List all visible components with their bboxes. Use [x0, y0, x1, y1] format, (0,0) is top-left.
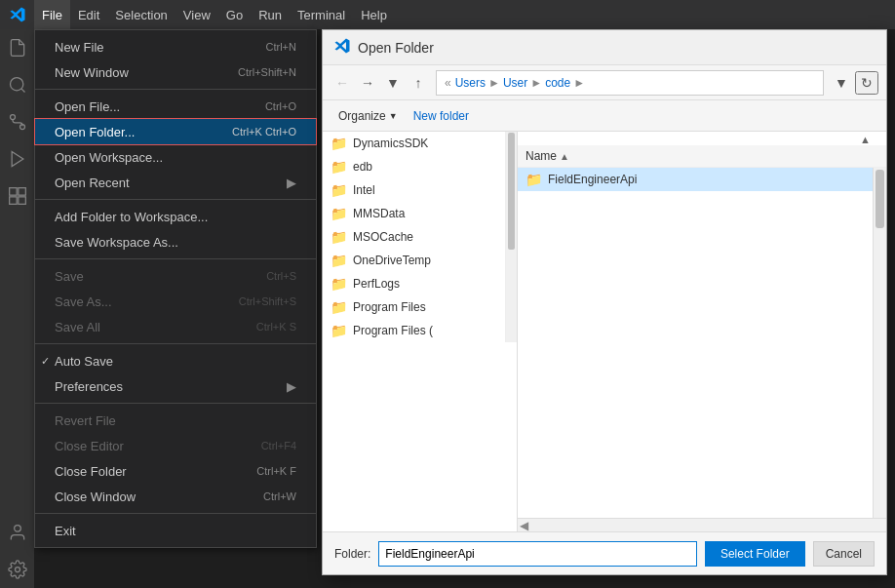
file-item-label: Program Files ( — [353, 324, 433, 337]
menu-save-as: Save As... Ctrl+Shift+S — [35, 289, 316, 314]
svg-rect-6 — [18, 188, 25, 196]
menu-save: Save Ctrl+S — [35, 263, 316, 289]
menu-view[interactable]: View — [175, 0, 218, 29]
list-item[interactable]: 📁 DynamicsSDK — [323, 132, 505, 155]
breadcrumb-code[interactable]: code — [545, 76, 570, 90]
refresh-button[interactable]: ↻ — [855, 71, 878, 95]
source-control-icon[interactable] — [0, 103, 34, 140]
right-file-pane: ▲ Name ▲ 📁 FieldEngineerApi — [518, 132, 886, 531]
menu-open-recent[interactable]: Open Recent ▶ — [35, 170, 316, 195]
dialog-toolbar: ← → ▼ ↑ « Users ► User ► code ► ▼ ↻ — [323, 65, 886, 100]
file-item-label: FieldEngineerApi — [548, 173, 637, 186]
list-item[interactable]: 📁 Intel — [323, 178, 505, 202]
menu-open-workspace[interactable]: Open Workspace... — [35, 144, 316, 170]
menu-close-folder[interactable]: Close Folder Ctrl+K F — [35, 458, 316, 484]
menu-file[interactable]: File — [34, 0, 70, 29]
menu-open-file[interactable]: Open File... Ctrl+O — [35, 94, 316, 119]
organize-label: Organize — [338, 109, 386, 123]
dropdown-path-button[interactable]: ▼ — [830, 71, 853, 95]
menu-go[interactable]: Go — [218, 0, 251, 29]
file-item-label: MMSData — [353, 207, 405, 220]
menu-selection[interactable]: Selection — [107, 0, 175, 29]
search-icon[interactable] — [0, 66, 34, 103]
organize-button[interactable]: Organize ▼ — [331, 106, 406, 126]
list-item[interactable]: 📁 FieldEngineerApi — [518, 168, 873, 191]
right-file-list: 📁 FieldEngineerApi — [518, 168, 873, 518]
left-scrollbar-track[interactable] — [505, 132, 517, 342]
svg-point-0 — [10, 78, 22, 91]
dropdown-button[interactable]: ▼ — [381, 71, 405, 95]
menu-preferences[interactable]: Preferences ▶ — [35, 373, 316, 399]
svg-line-1 — [20, 89, 24, 93]
menu-new-file[interactable]: New File Ctrl+N — [35, 34, 316, 59]
menu-help[interactable]: Help — [353, 0, 395, 29]
up-button[interactable]: ↑ — [407, 71, 430, 95]
debug-icon[interactable] — [0, 140, 34, 177]
list-item[interactable]: 📁 MSOCache — [323, 225, 505, 249]
list-item[interactable]: 📁 MMSData — [323, 202, 505, 225]
folder-icon: 📁 — [331, 229, 347, 245]
column-sort-icon: ▲ — [560, 151, 569, 162]
cancel-button[interactable]: Cancel — [813, 541, 875, 567]
breadcrumb-user[interactable]: User — [503, 76, 527, 90]
back-button[interactable]: ← — [331, 71, 354, 95]
file-dropdown-menu: New File Ctrl+N New Window Ctrl+Shift+N … — [34, 29, 317, 548]
folder-input[interactable] — [378, 541, 697, 567]
left-scrollbar-thumb[interactable] — [508, 133, 515, 250]
menu-edit[interactable]: Edit — [70, 0, 107, 29]
menu-auto-save[interactable]: ✓ Auto Save — [35, 348, 316, 373]
forward-button[interactable]: → — [356, 71, 379, 95]
new-folder-label: New folder — [413, 109, 469, 123]
left-file-list: 📁 DynamicsSDK 📁 edb 📁 Intel 📁 — [323, 132, 505, 342]
menu-section-new: New File Ctrl+N New Window Ctrl+Shift+N — [35, 30, 316, 90]
folder-icon: 📁 — [331, 159, 347, 175]
extensions-icon[interactable] — [0, 177, 34, 215]
menu-terminal[interactable]: Terminal — [290, 0, 353, 29]
menu-run[interactable]: Run — [251, 0, 290, 29]
folder-icon: 📁 — [331, 206, 347, 221]
menu-open-folder[interactable]: Open Folder... Ctrl+K Ctrl+O — [35, 119, 316, 144]
file-item-label: DynamicsSDK — [353, 137, 428, 150]
menu-add-folder[interactable]: Add Folder to Workspace... — [35, 204, 316, 229]
list-item[interactable]: 📁 edb — [323, 155, 505, 178]
file-item-label: Program Files — [353, 300, 426, 314]
settings-icon[interactable] — [0, 551, 34, 588]
right-scrollbar-thumb[interactable] — [876, 170, 884, 228]
menu-exit[interactable]: Exit — [35, 518, 316, 543]
right-scroll-area: 📁 FieldEngineerApi — [518, 168, 886, 518]
breadcrumb-prefix: « — [445, 76, 451, 90]
scroll-left-btn[interactable]: ◀ — [518, 519, 530, 532]
menu-close-window[interactable]: Close Window Ctrl+W — [35, 484, 316, 509]
breadcrumb-users[interactable]: Users — [455, 76, 486, 90]
new-folder-button[interactable]: New folder — [406, 106, 477, 126]
horizontal-scroll-area[interactable]: ◀ — [518, 518, 886, 531]
file-item-label: edb — [353, 160, 372, 174]
folder-icon: 📁 — [331, 299, 347, 315]
menu-save-workspace[interactable]: Save Workspace As... — [35, 229, 316, 255]
list-item[interactable]: 📁 PerfLogs — [323, 272, 505, 295]
files-icon[interactable] — [0, 29, 34, 66]
select-folder-button[interactable]: Select Folder — [705, 541, 805, 567]
folder-icon: 📁 — [331, 182, 347, 198]
account-icon[interactable] — [0, 514, 34, 551]
svg-rect-5 — [9, 188, 17, 196]
menu-section-revert: Revert File Close Editor Ctrl+F4 Close F… — [35, 404, 316, 514]
name-column-header[interactable]: Name ▲ — [525, 149, 878, 163]
folder-label: Folder: — [334, 547, 370, 561]
h-scroll-track[interactable] — [530, 519, 886, 532]
list-item[interactable]: 📁 Program Files — [323, 295, 505, 319]
organize-arrow-icon: ▼ — [389, 111, 398, 121]
svg-point-9 — [14, 526, 20, 532]
svg-point-3 — [10, 115, 15, 120]
menu-section-workspace: Add Folder to Workspace... Save Workspac… — [35, 200, 316, 259]
dialog-title-bar: Open Folder — [323, 30, 886, 65]
dialog-footer: Folder: Select Folder Cancel — [323, 531, 886, 574]
menu-close-editor: Close Editor Ctrl+F4 — [35, 433, 316, 458]
menu-bar: File Edit Selection View Go Run Terminal… — [0, 0, 895, 29]
list-item[interactable]: 📁 Program Files ( — [323, 319, 505, 342]
svg-rect-7 — [18, 197, 25, 205]
list-item[interactable]: 📁 OneDriveTemp — [323, 249, 505, 272]
right-scrollbar-track[interactable] — [873, 168, 886, 518]
svg-rect-8 — [9, 197, 17, 205]
menu-new-window[interactable]: New Window Ctrl+Shift+N — [35, 59, 316, 85]
